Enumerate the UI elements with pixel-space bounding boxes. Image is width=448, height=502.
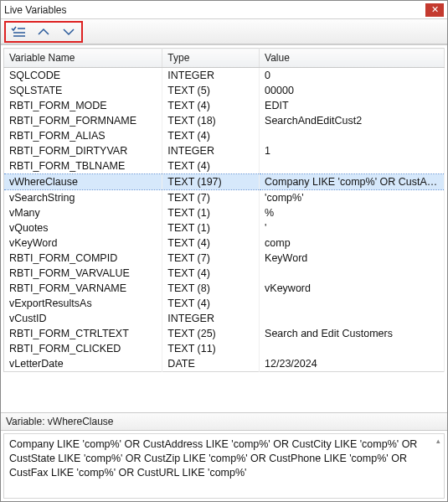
toolbar-highlight-group: [4, 21, 83, 43]
cell-name: SQLSTATE: [4, 83, 162, 98]
chevron-down-icon: [62, 27, 75, 37]
cell-value: [260, 128, 445, 143]
cell-value: %: [260, 205, 445, 220]
cell-type: TEXT (1): [162, 220, 260, 235]
cell-value: [260, 311, 445, 326]
variables-table-wrap[interactable]: Variable Name Type Value SQLCODEINTEGER0…: [1, 44, 447, 412]
cell-name: vQuotes: [4, 220, 162, 235]
cell-type: TEXT (7): [162, 251, 260, 266]
scroll-up-icon: ▴: [436, 436, 440, 446]
table-row[interactable]: SQLCODEINTEGER0: [4, 68, 445, 84]
cell-value: [260, 266, 445, 281]
window-title: Live Variables: [4, 4, 425, 16]
move-up-button[interactable]: [34, 23, 53, 40]
cell-value: 00000: [260, 83, 445, 98]
list-checked-button[interactable]: [9, 23, 28, 40]
cell-value: vKeyword: [260, 281, 445, 296]
chevron-up-icon: [37, 27, 50, 37]
cell-name: RBTI_FORM_ALIAS: [4, 128, 162, 143]
cell-name: RBTI_FORM_DIRTYVAR: [4, 143, 162, 158]
cell-type: INTEGER: [162, 311, 260, 326]
col-header-value[interactable]: Value: [260, 49, 445, 68]
cell-name: vLetterDate: [4, 356, 162, 372]
col-header-name[interactable]: Variable Name: [4, 49, 162, 68]
cell-type: DATE: [162, 356, 260, 372]
cell-type: TEXT (4): [162, 128, 260, 143]
cell-type: TEXT (4): [162, 296, 260, 311]
table-row[interactable]: RBTI_FORM_CTRLTEXTTEXT (25)Search and Ed…: [4, 326, 445, 341]
cell-type: TEXT (18): [162, 113, 260, 128]
cell-name: vCustID: [4, 311, 162, 326]
cell-value: [260, 158, 445, 174]
cell-type: TEXT (1): [162, 205, 260, 220]
table-row[interactable]: RBTI_FORM_ALIASTEXT (4): [4, 128, 445, 143]
table-row[interactable]: RBTI_FORM_COMPIDTEXT (7)KeyWord: [4, 251, 445, 266]
table-row[interactable]: vWhereClauseTEXT (197)Company LIKE 'comp…: [4, 174, 445, 190]
detail-pane[interactable]: Company LIKE 'comp%' OR CustAddress LIKE…: [3, 433, 445, 499]
cell-name: RBTI_FORM_VARNAME: [4, 281, 162, 296]
cell-name: RBTI_FORM_FORMNAME: [4, 113, 162, 128]
list-checked-icon: [11, 26, 26, 38]
table-row[interactable]: RBTI_FORM_VARNAMETEXT (8)vKeyword: [4, 281, 445, 296]
col-header-type[interactable]: Type: [162, 49, 260, 68]
table-row[interactable]: vKeyWordTEXT (4)comp: [4, 235, 445, 251]
cell-type: TEXT (4): [162, 266, 260, 281]
table-row[interactable]: vManyTEXT (1)%: [4, 205, 445, 220]
detail-label-prefix: Variable:: [6, 416, 48, 427]
cell-name: vKeyWord: [4, 235, 162, 251]
cell-type: TEXT (4): [162, 158, 260, 174]
cell-name: vSearchString: [4, 190, 162, 206]
cell-value: 12/23/2024: [260, 356, 445, 372]
cell-value: 'comp%': [260, 190, 445, 206]
table-row[interactable]: RBTI_FORM_VARVALUETEXT (4): [4, 266, 445, 281]
cell-value: ': [260, 220, 445, 235]
cell-type: TEXT (7): [162, 190, 260, 206]
cell-name: vWhereClause: [4, 174, 162, 190]
cell-type: TEXT (5): [162, 83, 260, 98]
table-row[interactable]: RBTI_FORM_DIRTYVARINTEGER1: [4, 143, 445, 158]
table-row[interactable]: RBTI_FORM_MODETEXT (4)EDIT: [4, 98, 445, 113]
detail-label-varname: vWhereClause: [48, 416, 114, 427]
table-row[interactable]: vSearchStringTEXT (7)'comp%': [4, 190, 445, 206]
cell-value: 0: [260, 68, 445, 84]
cell-type: INTEGER: [162, 143, 260, 158]
table-row[interactable]: vLetterDateDATE12/23/2024: [4, 356, 445, 372]
scroll-indicator: ▴: [434, 436, 442, 446]
table-row[interactable]: RBTI_FORM_CLICKEDTEXT (11): [4, 341, 445, 356]
cell-value: [260, 296, 445, 311]
cell-type: TEXT (4): [162, 235, 260, 251]
table-row[interactable]: SQLSTATETEXT (5)00000: [4, 83, 445, 98]
detail-text: Company LIKE 'comp%' OR CustAddress LIKE…: [9, 438, 417, 479]
cell-type: TEXT (25): [162, 326, 260, 341]
cell-name: RBTI_FORM_VARVALUE: [4, 266, 162, 281]
cell-value: [260, 341, 445, 356]
cell-value: SearchAndEditCust2: [260, 113, 445, 128]
variables-table: Variable Name Type Value SQLCODEINTEGER0…: [3, 48, 445, 372]
cell-type: TEXT (197): [162, 174, 260, 190]
table-row[interactable]: RBTI_FORM_TBLNAMETEXT (4): [4, 158, 445, 174]
cell-type: TEXT (4): [162, 98, 260, 113]
move-down-button[interactable]: [59, 23, 78, 40]
cell-type: INTEGER: [162, 68, 260, 84]
detail-label: Variable: vWhereClause: [1, 412, 447, 431]
cell-type: TEXT (11): [162, 341, 260, 356]
cell-value: Search and Edit Customers: [260, 326, 445, 341]
table-row[interactable]: vExportResultsAsTEXT (4): [4, 296, 445, 311]
cell-value: comp: [260, 235, 445, 251]
cell-name: RBTI_FORM_CTRLTEXT: [4, 326, 162, 341]
cell-value: EDIT: [260, 98, 445, 113]
table-row[interactable]: RBTI_FORM_FORMNAMETEXT (18)SearchAndEdit…: [4, 113, 445, 128]
cell-name: RBTI_FORM_TBLNAME: [4, 158, 162, 174]
toolbar: [1, 19, 447, 44]
cell-type: TEXT (8): [162, 281, 260, 296]
cell-name: vExportResultsAs: [4, 296, 162, 311]
close-button[interactable]: ✕: [425, 3, 444, 17]
title-bar: Live Variables ✕: [1, 1, 447, 19]
close-icon: ✕: [431, 5, 439, 14]
cell-name: RBTI_FORM_COMPID: [4, 251, 162, 266]
cell-name: RBTI_FORM_MODE: [4, 98, 162, 113]
table-row[interactable]: vCustIDINTEGER: [4, 311, 445, 326]
table-row[interactable]: vQuotesTEXT (1)': [4, 220, 445, 235]
cell-value: 1: [260, 143, 445, 158]
cell-name: SQLCODE: [4, 68, 162, 84]
